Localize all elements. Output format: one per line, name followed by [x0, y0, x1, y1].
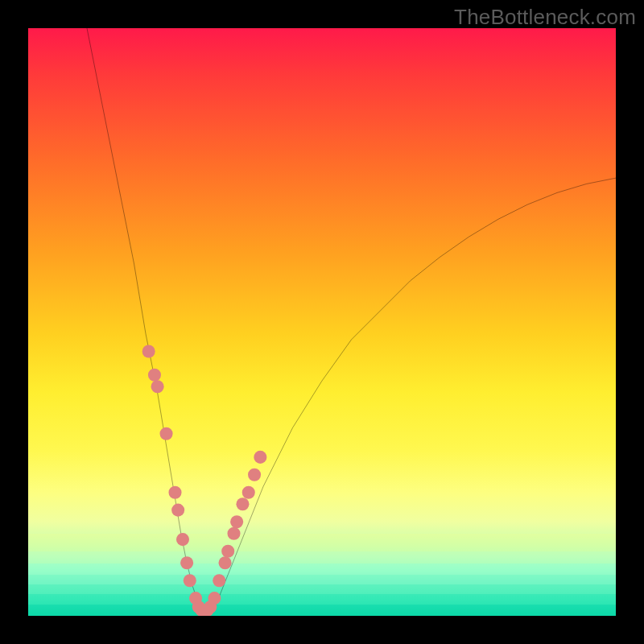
- bottleneck-curve-svg: [28, 28, 616, 616]
- sample-dot: [171, 504, 184, 517]
- sample-dot: [151, 380, 164, 393]
- sample-dot: [221, 545, 234, 558]
- sample-dot: [213, 574, 225, 587]
- sample-dot: [230, 515, 243, 528]
- chart-frame: TheBottleneck.com: [0, 0, 644, 644]
- sample-dot: [219, 556, 232, 569]
- sample-dot: [254, 451, 266, 464]
- sample-dot: [236, 497, 249, 510]
- sample-dot: [168, 486, 181, 499]
- sample-dot: [148, 369, 161, 382]
- sample-dot: [184, 574, 196, 587]
- watermark-text: TheBottleneck.com: [454, 5, 636, 30]
- sample-dot: [242, 486, 255, 499]
- sample-dots-group: [142, 345, 267, 616]
- sample-dot: [227, 527, 240, 540]
- sample-dot: [248, 469, 261, 481]
- sample-dot: [176, 533, 189, 546]
- sample-dot: [160, 427, 173, 440]
- sample-dot: [180, 556, 193, 569]
- plot-area: [28, 28, 616, 616]
- bottleneck-curve-path: [87, 28, 616, 613]
- sample-dot: [208, 592, 221, 605]
- sample-dot: [142, 345, 155, 357]
